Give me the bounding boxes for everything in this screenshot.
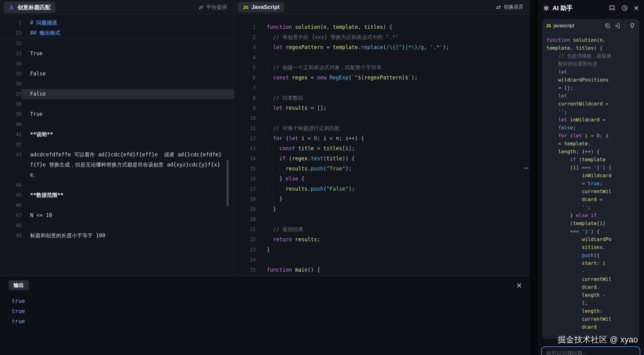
output-tab[interactable]: 输出 <box>9 280 29 290</box>
js-badge: JS <box>243 5 248 10</box>
problem-source-view[interactable]: 1# 问题描述13## 输出格式3233True3435False3637Fal… <box>0 15 234 276</box>
workspace: 创意标题匹配 平台提供 1# 问题描述13## 输出格式3233True3435… <box>0 0 530 276</box>
ai-code-line: currentWil <box>546 188 635 196</box>
ai-code-line: < template. <box>546 140 635 148</box>
markdown-line: 44 <box>0 180 234 190</box>
code-line: 25function main() { <box>234 265 530 275</box>
markdown-line: 41**说明** <box>0 129 234 139</box>
markdown-line: 32 <box>0 38 234 48</box>
ai-code-line: currentWil <box>546 275 635 283</box>
output-line: true <box>12 296 530 306</box>
switch-language-button[interactable]: 切换语言 <box>496 4 523 10</box>
ai-code-line: sitions. <box>546 243 635 251</box>
ai-code-line: wildcardPositions <box>546 76 635 84</box>
insert-code-icon[interactable] <box>614 23 620 29</box>
ai-code-line: = true; <box>546 180 635 188</box>
code-line: 15 results.push("True"); <box>234 164 530 174</box>
code-line: 7 <box>234 83 530 93</box>
code-line: 20 <box>234 214 530 224</box>
markdown-line: 36 <box>0 79 234 89</box>
ai-code-line: } else if <box>546 212 635 219</box>
output-header: 输出 × <box>0 276 530 290</box>
swap-arrows-icon <box>496 5 501 10</box>
ai-code-line: 1, <box>546 299 635 307</box>
code-line: 22 return results; <box>234 235 530 245</box>
ai-code-card-actions: | <box>604 22 635 29</box>
language-tab[interactable]: JS JavaScript <box>238 2 284 13</box>
language-tab-label: JavaScript <box>251 4 279 10</box>
ai-spark-icon <box>543 5 549 11</box>
markdown-line: 34 <box>0 59 234 69</box>
editor-panel-header: JS JavaScript 切换语言 <box>234 0 530 15</box>
ai-code-line: // 先处理模板，提取通 <box>546 52 635 60</box>
code-line: 9 let results = []; <box>234 103 530 113</box>
ai-assistant-panel: AI 助手 × JS javascript <box>538 0 644 355</box>
markdown-line: 39True <box>0 109 234 119</box>
ai-code-block[interactable]: function solution(n,template, titles) { … <box>542 32 639 335</box>
ai-code-line: wildcardPo <box>546 235 635 243</box>
markdown-line: 40 <box>0 119 234 129</box>
markdown-line: 1# 问题描述 <box>0 18 234 28</box>
editor-scrollbar-marker[interactable] <box>524 167 529 169</box>
code-line: 4 <box>234 52 530 63</box>
ai-code-line: ''; <box>546 204 635 212</box>
ai-code-line: function solution(n, <box>546 36 635 44</box>
ai-code-line: currentWildcard = <box>546 100 635 108</box>
history-icon[interactable] <box>621 5 628 11</box>
ai-chat-input[interactable] <box>546 350 635 355</box>
markdown-line: 46 <box>0 200 234 210</box>
ai-close-icon[interactable]: × <box>634 5 639 11</box>
ai-code-line: ''; <box>546 108 635 116</box>
markdown-line: 47N <= 10 <box>0 210 234 220</box>
markdown-line: 49标题和创意的长度小于等于 100 <box>0 231 234 241</box>
ai-code-card-header: JS javascript | <box>542 19 639 32</box>
watermark: 掘金技术社区 @ xyao <box>558 334 638 345</box>
ai-code-line: length - <box>546 291 635 299</box>
ai-code-line: currentWil <box>546 315 635 323</box>
markdown-line: 13## 输出格式 <box>0 28 234 38</box>
copy-icon[interactable] <box>604 23 611 29</box>
ai-panel-header: AI 助手 × <box>538 0 644 16</box>
download-icon <box>9 4 14 10</box>
ai-code-line: for (let i = 0; i <box>546 132 635 140</box>
output-close-icon[interactable]: × <box>516 282 522 289</box>
main-column: 创意标题匹配 平台提供 1# 问题描述13## 输出格式3233True3435… <box>0 0 530 355</box>
output-line: true <box>12 306 530 316</box>
problem-tab-label: 创意标题匹配 <box>17 4 51 11</box>
ai-code-line: push({ <box>546 251 635 259</box>
code-line: 5 // 创建一个正则表达式对象，匹配整个字符串 <box>234 63 530 73</box>
ai-code-line: === '}') { <box>546 227 635 235</box>
ai-code-line: dcard. <box>546 283 635 291</box>
ai-panel-title: AI 助手 <box>553 4 606 12</box>
problem-panel-header: 创意标题匹配 平台提供 <box>0 0 234 15</box>
markdown-line: 38 <box>0 99 234 109</box>
code-line: 14 if (regex.test(title)) { <box>234 154 530 164</box>
problem-scrollbar-thumb[interactable] <box>227 160 229 206</box>
code-line: 3 let regexPattern = template.replace(/\… <box>234 42 530 52</box>
ai-code-line: [i] === '{') { <box>546 164 635 172</box>
app-window: 创意标题匹配 平台提供 1# 问题描述13## 输出格式3233True3435… <box>0 0 644 355</box>
ai-code-line: 配符的位置和长度 <box>546 60 635 68</box>
ai-code-line: (template[i] <box>546 219 635 227</box>
toolbar-divider: | <box>624 23 625 29</box>
ai-chat-input-box <box>541 346 640 355</box>
code-line: 8 // 结果数组 <box>234 93 530 103</box>
ai-code-line: length; i++) { <box>546 148 635 156</box>
ai-code-line: = []; <box>546 84 635 92</box>
code-line: 2 // 将创意中的 {xxx} 替换为正则表达式中的 ".*" <box>234 32 530 42</box>
code-line: 12 for (let i = 0; i < n; i++) { <box>234 133 530 143</box>
lightbulb-icon[interactable] <box>629 22 635 29</box>
new-chat-icon[interactable] <box>609 5 616 12</box>
code-line: 18 } <box>234 194 530 204</box>
code-line: 23} <box>234 245 530 255</box>
problem-tab[interactable]: 创意标题匹配 <box>4 2 56 13</box>
code-editor[interactable]: 1function solution(n, template, titles) … <box>234 15 530 276</box>
ai-code-line: let <box>546 92 635 100</box>
code-line: 13 const title = titles[i]; <box>234 143 530 154</box>
ai-code-lang-label: javascript <box>553 23 602 29</box>
output-console: truetruetrue <box>0 290 530 326</box>
markdown-line: 33True <box>0 48 234 59</box>
markdown-line: 48 <box>0 220 234 231</box>
ai-code-line: let <box>546 68 635 76</box>
ai-code-line: length: <box>546 307 635 315</box>
